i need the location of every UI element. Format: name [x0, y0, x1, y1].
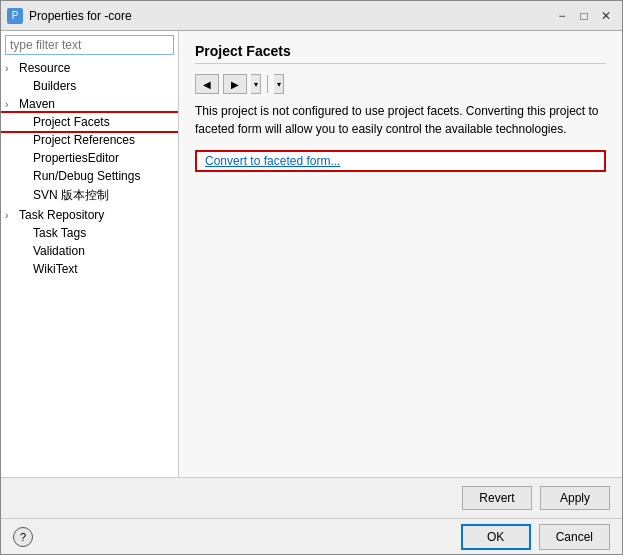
toolbar-separator — [267, 75, 268, 93]
window-icon: P — [7, 8, 23, 24]
nav-dropdown-button[interactable]: ▾ — [251, 74, 261, 94]
tree-label-wikitext: WikiText — [33, 262, 78, 276]
tree-item-validation[interactable]: Validation — [1, 242, 178, 260]
minimize-button[interactable]: − — [552, 6, 572, 26]
tree-label-properties-editor: PropertiesEditor — [33, 151, 119, 165]
description-text: This project is not configured to use pr… — [195, 102, 606, 138]
tree-item-task-tags[interactable]: Task Tags — [1, 224, 178, 242]
tree-arrow-task-repository: › — [5, 210, 19, 221]
tree-item-resource[interactable]: ›Resource — [1, 59, 178, 77]
tree-item-wikitext[interactable]: WikiText — [1, 260, 178, 278]
content-area: ›ResourceBuilders›MavenProject FacetsPro… — [1, 31, 622, 477]
tree-item-project-references[interactable]: Project References — [1, 131, 178, 149]
tree-label-task-tags: Task Tags — [33, 226, 86, 240]
ok-button[interactable]: OK — [461, 524, 531, 550]
apply-button[interactable]: Apply — [540, 486, 610, 510]
left-panel: ›ResourceBuilders›MavenProject FacetsPro… — [1, 31, 179, 477]
convert-link-box[interactable]: Convert to faceted form... — [195, 150, 606, 172]
tree-label-maven: Maven — [19, 97, 55, 111]
footer-buttons: OK Cancel — [461, 524, 610, 550]
close-button[interactable]: ✕ — [596, 6, 616, 26]
tree-label-validation: Validation — [33, 244, 85, 258]
tree-label-project-references: Project References — [33, 133, 135, 147]
bottom-bar: Revert Apply — [1, 477, 622, 518]
back-button[interactable]: ◀ — [195, 74, 219, 94]
tree-label-project-facets: Project Facets — [33, 115, 110, 129]
help-button[interactable]: ? — [13, 527, 33, 547]
tree-arrow-resource: › — [5, 63, 19, 74]
panel-title: Project Facets — [195, 43, 606, 64]
tree-label-builders: Builders — [33, 79, 76, 93]
tree-item-project-facets[interactable]: Project Facets — [1, 113, 178, 131]
forward-button[interactable]: ▶ — [223, 74, 247, 94]
tree-item-svn[interactable]: SVN 版本控制 — [1, 185, 178, 206]
tree-item-maven[interactable]: ›Maven — [1, 95, 178, 113]
tree-item-task-repository[interactable]: ›Task Repository — [1, 206, 178, 224]
tree-label-svn: SVN 版本控制 — [33, 187, 109, 204]
tree-arrow-maven: › — [5, 99, 19, 110]
cancel-button[interactable]: Cancel — [539, 524, 610, 550]
maximize-button[interactable]: □ — [574, 6, 594, 26]
tree-label-task-repository: Task Repository — [19, 208, 104, 222]
tree-item-builders[interactable]: Builders — [1, 77, 178, 95]
tree-container: ›ResourceBuilders›MavenProject FacetsPro… — [1, 59, 178, 278]
footer-bar: ? OK Cancel — [1, 518, 622, 554]
tree-label-run-debug-settings: Run/Debug Settings — [33, 169, 140, 183]
title-bar: P Properties for -core − □ ✕ — [1, 1, 622, 31]
filter-input[interactable] — [5, 35, 174, 55]
revert-button[interactable]: Revert — [462, 486, 532, 510]
tree-label-resource: Resource — [19, 61, 70, 75]
collapse-button[interactable]: ▾ — [274, 74, 284, 94]
panel-toolbar: ◀ ▶ ▾ ▾ — [195, 74, 606, 94]
properties-window: P Properties for -core − □ ✕ ›ResourceBu… — [0, 0, 623, 555]
window-controls: − □ ✕ — [552, 6, 616, 26]
convert-link[interactable]: Convert to faceted form... — [205, 154, 340, 168]
window-title: Properties for -core — [29, 9, 552, 23]
tree-item-properties-editor[interactable]: PropertiesEditor — [1, 149, 178, 167]
right-panel: Project Facets ◀ ▶ ▾ ▾ This project is n… — [179, 31, 622, 477]
tree-item-run-debug-settings[interactable]: Run/Debug Settings — [1, 167, 178, 185]
